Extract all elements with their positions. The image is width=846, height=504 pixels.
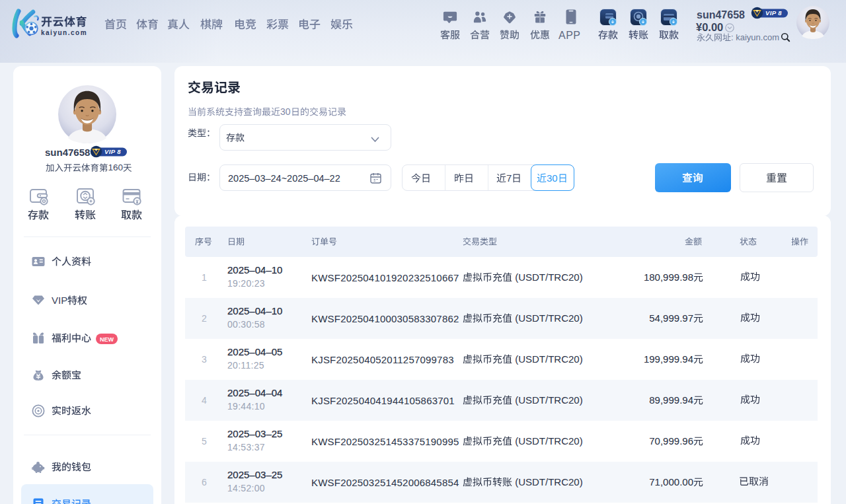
svg-text:NEW: NEW [100, 336, 114, 343]
svg-text:VIP 8: VIP 8 [765, 9, 782, 17]
svg-text:VIP 8: VIP 8 [104, 148, 121, 155]
